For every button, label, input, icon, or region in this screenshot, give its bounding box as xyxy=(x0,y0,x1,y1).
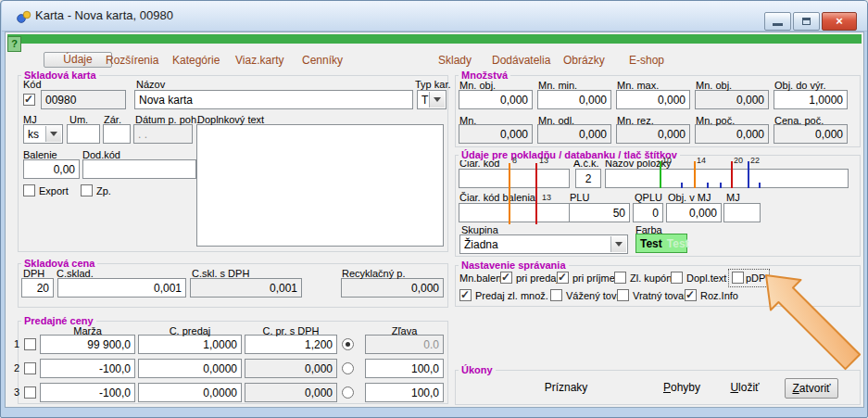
c-predaj-field-2[interactable]: 0,0000 xyxy=(138,359,242,378)
farba-preview[interactable]: Test Test xyxy=(635,234,687,253)
nazov-field[interactable]: Nova karta xyxy=(134,90,413,109)
datum-field[interactable]: . . xyxy=(133,124,193,144)
mn-obj-field[interactable]: 0,000 xyxy=(459,90,533,109)
tab-cenniky[interactable]: Cenníky xyxy=(302,54,343,67)
price-row-checkbox[interactable] xyxy=(24,386,36,399)
mn-max-field[interactable]: 0,000 xyxy=(616,90,690,109)
tab-obrazky[interactable]: Obrázky xyxy=(563,54,605,67)
mj-select[interactable]: ks xyxy=(23,124,63,144)
tab-eshop[interactable]: E-shop xyxy=(629,54,664,67)
pri-prijme-checkbox[interactable] xyxy=(557,272,569,284)
obj-v-mj-field[interactable]: 0,000 xyxy=(666,203,722,222)
group-title-mnozstva: Množstvá xyxy=(459,70,510,81)
ciar-kod-field[interactable] xyxy=(459,169,570,188)
ruler-line-red xyxy=(731,161,733,188)
maximize-button[interactable] xyxy=(793,12,820,31)
nazov-polozky-field[interactable] xyxy=(605,169,849,188)
pri-predaji-checkbox[interactable] xyxy=(500,272,512,284)
tab-viaz-karty[interactable]: Viaz.karty xyxy=(235,54,283,67)
nazov-label: Názov xyxy=(136,79,165,90)
marza-field-3[interactable]: -100,0 xyxy=(40,383,135,402)
cena-poc-field[interactable]: 0,000 xyxy=(774,124,848,144)
chevron-down-icon[interactable] xyxy=(610,236,626,252)
doplnkovy-text-label: Doplnkový text xyxy=(197,114,264,125)
cena-poc-label: Cena. poč. xyxy=(774,115,824,126)
pohyby-button[interactable]: Pohyby xyxy=(654,381,710,394)
zl-kupon-checkbox[interactable] xyxy=(614,272,626,284)
zlava-field-1[interactable]: 0.0 xyxy=(365,335,444,354)
kod-checkbox[interactable] xyxy=(23,94,35,106)
priznaky-button[interactable]: Príznaky xyxy=(529,381,603,394)
c-pr-s-dph-field-2[interactable]: 0,000 xyxy=(245,359,337,378)
ruler-tick-8: 8 xyxy=(512,156,517,165)
mn-min-field[interactable]: 0,000 xyxy=(537,90,611,109)
skupina-value: Žiadna xyxy=(464,238,498,251)
tab-dodavatelia[interactable]: Dodávatelia xyxy=(492,54,550,67)
c-predaj-field-3[interactable]: 0,0000 xyxy=(138,383,242,402)
predaj-zl-mnoz-checkbox[interactable] xyxy=(459,289,472,301)
zp-checkbox[interactable] xyxy=(81,184,93,196)
chevron-down-icon[interactable] xyxy=(429,92,445,108)
vratny-tovar-checkbox[interactable] xyxy=(617,289,629,301)
ack-field[interactable]: 2 xyxy=(575,169,601,188)
balenie-field[interactable]: 0,00 xyxy=(23,159,80,179)
ruler-line-green xyxy=(660,161,661,188)
obj-v-mj-label: Obj. v MJ xyxy=(668,192,711,203)
price-row-checkbox[interactable] xyxy=(24,338,36,350)
roz-info-checkbox[interactable] xyxy=(685,289,697,301)
dopl-text-label: Dopl.text xyxy=(686,272,726,284)
chevron-down-icon[interactable] xyxy=(45,126,61,142)
mn-field[interactable]: 0,000 xyxy=(459,124,533,144)
c-predaj-field-1[interactable]: 1,0000 xyxy=(138,335,242,354)
price-row-checkbox[interactable] xyxy=(24,362,36,374)
mn-odl-field[interactable]: 0,000 xyxy=(537,124,611,144)
csklad-label: C.sklad. xyxy=(57,268,94,279)
c-pr-s-dph-field-3[interactable]: 0,000 xyxy=(245,383,337,402)
recyklacny-field[interactable]: 0,000 xyxy=(341,278,444,298)
ciar-kod-balenia-field[interactable] xyxy=(459,203,570,222)
doplnkovy-text-area[interactable] xyxy=(196,124,444,247)
obj-do-vyr-field[interactable]: 1,0000 xyxy=(774,90,848,109)
price-radio-3[interactable] xyxy=(342,386,354,399)
csklad-field[interactable]: 0,001 xyxy=(57,278,186,298)
ruler-minor-tick xyxy=(759,183,761,188)
tab-udaje[interactable]: Údaje xyxy=(44,52,112,68)
cskl-s-dph-field[interactable]: 0,001 xyxy=(190,278,302,298)
price-radio-2[interactable] xyxy=(342,362,354,374)
tab-kategorie[interactable]: Kategórie xyxy=(172,54,220,67)
zatvorit-button[interactable]: Zatvoriť xyxy=(785,378,838,399)
c-pr-s-dph-field-1[interactable]: 1,200 xyxy=(245,335,337,354)
skupina-label: Skupina xyxy=(461,224,498,235)
export-checkbox[interactable] xyxy=(23,184,35,196)
tab-sklady[interactable]: Sklady xyxy=(438,54,472,67)
mn-rez-field[interactable]: 0,000 xyxy=(616,124,690,144)
zlava-field-3[interactable]: 100,0 xyxy=(365,383,444,402)
vazeny-tovar-checkbox[interactable] xyxy=(550,289,562,301)
zar-field[interactable] xyxy=(103,124,131,144)
mn-poc-field[interactable]: 0,000 xyxy=(695,124,769,144)
um-field[interactable] xyxy=(67,124,100,144)
marza-field-1[interactable]: 99 900,0 xyxy=(40,335,135,354)
help-button[interactable]: ? xyxy=(7,36,21,52)
skupina-select[interactable]: Žiadna xyxy=(459,234,628,254)
dph-field[interactable]: 20 xyxy=(21,278,54,298)
close-button[interactable]: × xyxy=(822,12,857,31)
kod-field[interactable]: 00980 xyxy=(41,90,126,109)
price-radio-1[interactable] xyxy=(342,338,354,350)
tab-rozsirenia[interactable]: Rozšírenia xyxy=(106,54,158,67)
group-title-skladova-cena: Skladová cena xyxy=(21,258,97,269)
mn-obj2-field[interactable]: 0,000 xyxy=(695,90,769,109)
plu-field[interactable]: 50 xyxy=(569,203,630,222)
typ-kar-select[interactable]: T xyxy=(417,90,447,109)
mj2-field[interactable] xyxy=(723,203,761,222)
ulozit-button[interactable]: Uložiť xyxy=(722,381,768,394)
qplu-field[interactable]: 0 xyxy=(633,203,663,222)
marza-field-2[interactable]: -100,0 xyxy=(40,359,135,378)
dopl-text-checkbox[interactable] xyxy=(671,272,683,284)
annotation-arrow xyxy=(751,268,868,372)
marza-header: Marža xyxy=(40,325,135,336)
minimize-button[interactable] xyxy=(764,12,791,31)
dod-kod-field[interactable] xyxy=(82,159,196,179)
zlava-field-2[interactable]: 100,0 xyxy=(365,359,444,378)
ruler-minor-tick xyxy=(707,183,709,188)
